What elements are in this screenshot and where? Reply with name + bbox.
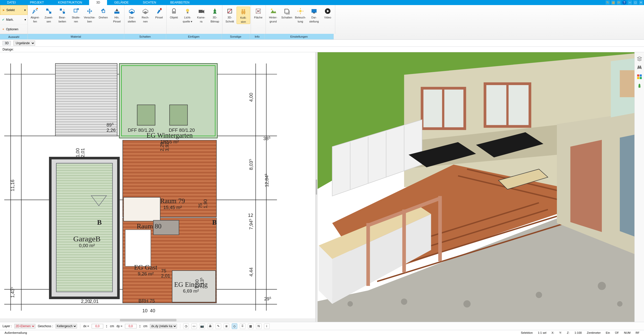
layer-select[interactable]: 2D-Elemen	[14, 324, 35, 328]
btn-print[interactable]: 🖶	[208, 323, 213, 329]
tool-abgreifen[interactable]: Abgrei-fen	[28, 7, 42, 23]
svg-point-95	[598, 282, 606, 290]
svg-text:9,26 m²: 9,26 m²	[138, 271, 154, 276]
tool-rechnen[interactable]: Rech-nen	[139, 7, 152, 23]
svg-text:0,00 m²: 0,00 m²	[79, 243, 95, 248]
tool-icon-2[interactable]: ▦	[611, 1, 615, 5]
svg-point-93	[463, 300, 471, 307]
btn-media[interactable]: ▭	[191, 323, 197, 329]
check-icon: ✔	[2, 18, 5, 21]
tool-kollision[interactable]: Kolli-sion	[237, 7, 250, 24]
tool-hintergrund[interactable]: Hinter-grund	[266, 7, 280, 23]
btn-dots[interactable]: ⠿	[240, 323, 245, 329]
skalieren-icon	[72, 7, 80, 15]
tool-drehen[interactable]: Drehen	[96, 7, 110, 20]
svg-text:2,01: 2,01	[89, 299, 98, 304]
menu-tab-3d[interactable]: 3D	[89, 0, 107, 5]
3d-view-pane[interactable]	[318, 52, 634, 322]
right-dock	[634, 52, 644, 322]
svg-point-92	[401, 298, 407, 305]
tool-zuweisen[interactable]: Zuwei-sen	[42, 7, 56, 23]
svg-text:18,55 m²: 18,55 m²	[160, 139, 179, 144]
svg-text:10: 10	[142, 308, 148, 313]
tool-bearbeiten[interactable]: Bear-beiten	[56, 7, 69, 23]
menu-tab-sichten[interactable]: SICHTEN	[136, 0, 163, 5]
group-label-info: Info	[250, 34, 265, 39]
menu-tab-projekt[interactable]: PROJEKT	[23, 0, 51, 5]
btn-camera[interactable]: 📷	[199, 323, 205, 329]
tool-beleuchtung[interactable]: Beleuch-tung	[294, 7, 307, 23]
btn-clock[interactable]: ◷	[183, 323, 189, 329]
tool-kamera[interactable]: Kame-ra	[194, 7, 208, 23]
menu-tab-bearbeiten[interactable]: BEARBEITEN	[163, 0, 197, 5]
btn-stack[interactable]: ≣	[224, 323, 229, 329]
svg-text:75: 75	[198, 203, 203, 209]
terrain-select[interactable]: Urgelände	[13, 41, 35, 46]
btn-diamond[interactable]: ◇	[232, 323, 237, 329]
menu-tab-konstruktion[interactable]: KONSTRUKTION	[51, 0, 89, 5]
tool-bitmap3d[interactable]: 3D-Bitmap	[208, 7, 222, 23]
menu-tab-datei[interactable]: DATEI	[0, 0, 23, 5]
svg-text:B: B	[97, 219, 102, 226]
context-bar: 3D Urgelände	[0, 40, 644, 47]
kamera-icon	[197, 7, 205, 15]
tool-video[interactable]: Video	[321, 7, 334, 20]
tool-darstellung[interactable]: Dar-stellung	[307, 7, 321, 23]
floorplan-pane[interactable]: 4,00 8,03⁵ 12,84⁵ 7,94⁵ 4,44 11,16 1,43⁵…	[0, 52, 316, 322]
minimize-icon[interactable]: –	[628, 1, 632, 5]
color-swatch-icon[interactable]	[637, 74, 642, 80]
tool-icon-1[interactable]: ✎	[606, 1, 610, 5]
svg-rect-28	[313, 13, 315, 13]
tree-icon[interactable]	[637, 83, 642, 89]
options[interactable]: + Optionen	[0, 24, 28, 34]
menu-tab-gelaende[interactable]: GELÄNDE	[107, 0, 136, 5]
tool-flaeche[interactable]: m²Fläche	[251, 7, 265, 20]
layers-icon[interactable]	[637, 56, 642, 61]
group-label-sonstige: Sonstige	[222, 34, 250, 39]
storey-select[interactable]: Kellergesch	[56, 324, 77, 328]
coord-mode-select[interactable]: dx,dy (relativ ka	[150, 324, 177, 328]
tool-darstellen[interactable]: Dar-stellen	[125, 7, 139, 23]
mark-mode[interactable]: ✔ Mark.▾	[0, 15, 28, 24]
svg-point-94	[536, 292, 542, 298]
select-mode[interactable]: ➤ Selekt▾	[0, 5, 28, 15]
tool-icon-3[interactable]: ⟳	[617, 1, 621, 5]
window-icons: ✎ ▦ ⟳ ? – □ ×	[606, 0, 644, 5]
tool-schnitt3d[interactable]: 3D-Schnitt	[223, 7, 237, 23]
btn-north[interactable]: N	[256, 323, 262, 329]
pane-splitter[interactable]	[316, 52, 318, 322]
tool-pinsel[interactable]: Pinsel	[152, 7, 166, 20]
dx-input[interactable]	[92, 324, 103, 328]
tool-lichtquelle[interactable]: Licht-quelle ▾	[181, 7, 194, 23]
tool-skalieren[interactable]: Skalie-ren	[69, 7, 83, 23]
btn-pencil[interactable]: ✎	[216, 323, 221, 329]
svg-text:1,90: 1,90	[203, 199, 208, 208]
tool-schatten2[interactable]: Schatten	[280, 7, 294, 20]
svg-text:89⁵: 89⁵	[107, 122, 114, 127]
help-icon[interactable]: ?	[622, 1, 626, 5]
close-icon[interactable]: ×	[639, 1, 643, 5]
svg-text:8,03⁵: 8,03⁵	[248, 159, 254, 170]
btn-info[interactable]: i	[264, 323, 270, 329]
group-label-schatten: Schatten	[124, 34, 166, 39]
btn-grid[interactable]: ▦	[248, 323, 253, 329]
maximize-icon[interactable]: □	[633, 1, 637, 5]
svg-text:12,84⁵: 12,84⁵	[264, 173, 269, 187]
furniture-icon[interactable]	[637, 65, 642, 70]
svg-rect-37	[137, 105, 155, 125]
svg-rect-4	[63, 12, 65, 14]
verschieben-icon	[86, 7, 94, 15]
dialogs-bar: Dialoge:	[0, 47, 644, 52]
tool-hinpinsel[interactable]: Hin.Pinsel	[110, 7, 124, 23]
tool-verschieben[interactable]: Verschie-ben	[83, 7, 96, 23]
svg-rect-1	[46, 9, 48, 11]
h-scrollbar-left[interactable]	[0, 318, 315, 322]
dy-input[interactable]	[125, 324, 137, 328]
video-icon	[324, 7, 332, 15]
lichtquelle-icon	[184, 7, 192, 15]
svg-text:2,20: 2,20	[81, 299, 90, 304]
status-bar: Außenbemaßung Selektion 1:1 sel X: Y: Z:…	[0, 330, 644, 335]
svg-text:GarageB: GarageB	[73, 235, 100, 243]
svg-point-15	[241, 10, 243, 14]
tool-objekt[interactable]: Objekt	[167, 7, 181, 20]
